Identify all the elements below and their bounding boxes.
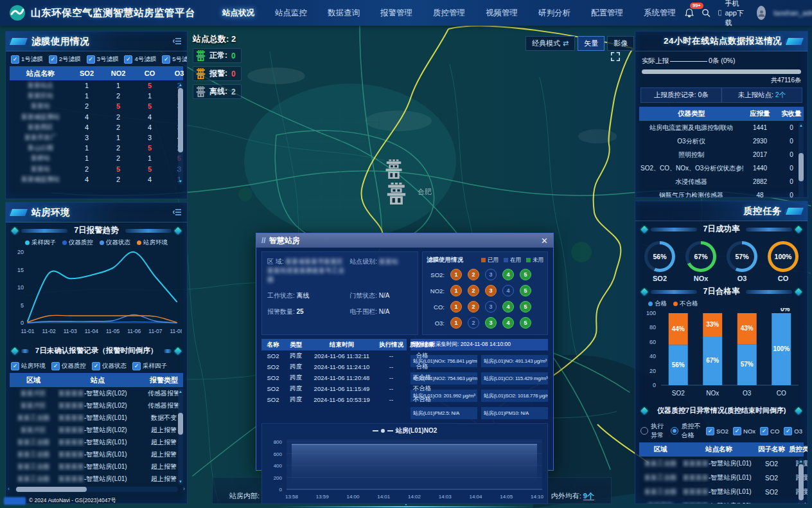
table-row[interactable]: 某某工业园某某某某-智慧站房(L01)超上报警	[10, 448, 183, 460]
search-icon[interactable]	[702, 7, 710, 19]
scrollbar-vertical[interactable]: ▲ ▼	[178, 388, 183, 485]
legend-item[interactable]: 合格	[648, 300, 667, 308]
stat-normal[interactable]: 正常:0	[193, 48, 242, 63]
map-mode-3[interactable]: 影像	[607, 36, 634, 51]
table-row[interactable]: 某某工业园某某某某-智慧站房(L01)超上报警	[10, 473, 183, 485]
membrane-checkbox-1[interactable]: ✓1号滤膜	[11, 55, 43, 64]
record-checkbox-3[interactable]: ✓仪器状态	[92, 362, 127, 370]
qc-factor-checkbox-1[interactable]: ✓SO2	[706, 427, 728, 435]
legend-item[interactable]: 仪器状态	[100, 239, 130, 247]
notification-bell-icon[interactable]: 99+	[685, 7, 694, 19]
modal-titlebar[interactable]: // 智慧站房 ✕	[256, 233, 553, 248]
table-row[interactable]: 某某站2553	[10, 101, 183, 111]
table-row[interactable]: O3分析仪29300	[639, 134, 804, 148]
both-count[interactable]: 9个	[583, 492, 594, 500]
membrane-slot-4[interactable]: 4	[502, 285, 514, 296]
membrane-slot-2[interactable]: 2	[468, 301, 479, 313]
membrane-slot-1[interactable]: 1	[450, 317, 462, 329]
legend-item[interactable]: 站房环境	[137, 239, 168, 247]
avatar[interactable]	[757, 6, 766, 20]
table-row[interactable]: 某某工业园某某某某-智慧站房(L01)数据不变	[10, 412, 183, 424]
membrane-checkbox-4[interactable]: ✓4号滤膜	[124, 55, 156, 64]
qc-factor-checkbox-3[interactable]: ✓CO	[760, 427, 779, 435]
membrane-checkbox-5[interactable]: ✓5号滤膜	[162, 55, 188, 64]
membrane-checkbox-2[interactable]: ✓2号滤膜	[49, 55, 81, 64]
nav-item-2[interactable]: 站点监控	[266, 0, 316, 26]
collapse-icon[interactable]	[173, 208, 182, 216]
table-row[interactable]: 某某西区4243	[10, 122, 183, 132]
map-mode-1[interactable]: 经典模式⇄	[525, 36, 575, 51]
scrollbar-vertical[interactable]: ▲ ▼	[178, 82, 183, 185]
table-row[interactable]: 钢瓶气压力检测传感器480	[639, 188, 804, 198]
membrane-slot-3[interactable]: 3	[485, 301, 497, 313]
table-row[interactable]: 某山公园1252	[10, 143, 183, 153]
qc-radio-1[interactable]: 执行异常	[640, 422, 666, 440]
nav-item-9[interactable]: 系统管理	[635, 0, 685, 26]
table-row[interactable]: 某某工业园某某某某-智慧站房(L01)SO2跨度	[639, 457, 804, 471]
record-checkbox-2[interactable]: ✓仪器质控	[51, 362, 86, 370]
table-row[interactable]: 某某站点1152	[10, 80, 183, 91]
qc-factor-checkbox-2[interactable]: ✓NOx	[733, 427, 755, 435]
nav-item-6[interactable]: 视频管理	[477, 0, 527, 26]
record-checkbox-4[interactable]: ✓采样因子	[132, 362, 167, 370]
table-row[interactable]: 某某工业园某某某某-智慧站房(L01)超上报警	[10, 436, 183, 448]
app-download[interactable]: 手机app下载	[718, 0, 749, 28]
table-row[interactable]: 某某区站1215	[10, 91, 183, 101]
legend-item[interactable]: 仪器质控	[62, 239, 93, 247]
legend-item[interactable]: 不合格	[673, 300, 698, 308]
membrane-checkbox-3[interactable]: ✓3号滤膜	[87, 55, 119, 64]
table-row[interactable]: 水浸传感器28820	[639, 175, 804, 188]
table-row[interactable]: 某某站2553	[10, 164, 183, 174]
membrane-slot-2[interactable]: 2	[468, 317, 479, 329]
membrane-slot-5[interactable]: 5	[520, 269, 531, 280]
table-row[interactable]: 某某城监测站4241	[10, 174, 183, 185]
table-row[interactable]: 某某城监测站4241	[10, 112, 183, 122]
table-row[interactable]: 某某开发厂3134	[10, 132, 183, 143]
close-icon[interactable]: ✕	[541, 237, 548, 245]
membrane-slot-5[interactable]: 5	[520, 317, 531, 329]
scrollbar-vertical[interactable]: ▲ ▼	[799, 122, 804, 198]
nav-item-7[interactable]: 研判分析	[529, 0, 579, 26]
membrane-slot-3[interactable]: 3	[485, 269, 497, 280]
membrane-slot-3[interactable]: 3	[485, 317, 497, 329]
table-row[interactable]: SO2跨度2024-11-06 11:32:11--合格	[261, 350, 407, 361]
nav-item-1[interactable]: 站点状况	[213, 0, 263, 26]
membrane-slot-1[interactable]: 1	[450, 269, 462, 280]
table-row[interactable]: 某某工业园某某某某-智慧站房(L01)超上报警	[10, 460, 183, 473]
membrane-slot-1[interactable]: 1	[450, 285, 462, 296]
table-row[interactable]: SO2跨度2024-11-06 11:15:49--不合格	[261, 383, 407, 394]
table-row[interactable]: 某某片区某某某某-智慧站房(L02)超上报警	[10, 424, 183, 436]
membrane-slot-2[interactable]: 2	[468, 285, 479, 296]
stat-alarm[interactable]: 报警:0	[193, 66, 242, 81]
scrollbar-vertical[interactable]: ▲ ▼	[799, 458, 804, 504]
membrane-slot-3[interactable]: 3	[485, 285, 497, 296]
collapse-icon[interactable]	[173, 37, 182, 45]
table-row[interactable]: SO2、CO、NOx、O3分析仪状态参数14400	[639, 161, 804, 175]
table-row[interactable]: 某某工业园某某某某-智慧站房(L01)SO2跨度	[639, 485, 804, 499]
qc-factor-checkbox-4[interactable]: ✓O3	[784, 427, 802, 435]
membrane-slot-5[interactable]: 5	[520, 285, 531, 296]
table-row[interactable]: SO2跨度2024-11-06 11:20:48--不合格	[261, 372, 407, 383]
membrane-slot-4[interactable]: 4	[502, 269, 514, 280]
map-mode-2[interactable]: 矢量	[578, 36, 605, 51]
table-row[interactable]: 照明控制20170	[639, 148, 804, 161]
table-row[interactable]: 某某工业园某某某某-智慧站房(L01)SO2跨度	[639, 471, 804, 485]
membrane-slot-5[interactable]: 5	[520, 301, 531, 313]
legend-item[interactable]: 采样因子	[25, 239, 56, 247]
table-row[interactable]: 某桥站1215	[10, 153, 183, 163]
table-row[interactable]: 某某片区某某某某-智慧站房(L02)传感器报警	[10, 399, 183, 412]
membrane-slot-4[interactable]: 4	[502, 317, 514, 329]
nav-item-5[interactable]: 质控管理	[424, 0, 474, 26]
membrane-slot-4[interactable]: 4	[502, 301, 514, 313]
table-row[interactable]: 站房电流监测及电源控制联动14410	[639, 121, 804, 134]
stat-offline[interactable]: 离线:2	[193, 84, 242, 99]
nav-item-8[interactable]: 配置管理	[582, 0, 632, 26]
scrollbar-horizontal[interactable]: ‹ ›	[15, 487, 178, 492]
record-checkbox-1[interactable]: ✓站房环境	[11, 362, 46, 370]
table-row[interactable]: SO2跨度2024-11-06 10:53:19--不合格	[261, 394, 407, 405]
membrane-slot-1[interactable]: 1	[450, 301, 462, 313]
fullscreen-icon[interactable]	[610, 51, 621, 64]
nav-item-4[interactable]: 报警管理	[371, 0, 421, 26]
username[interactable]: laoshan_admin	[773, 9, 812, 17]
qc-radio-2[interactable]: 质控不合格	[671, 422, 702, 440]
